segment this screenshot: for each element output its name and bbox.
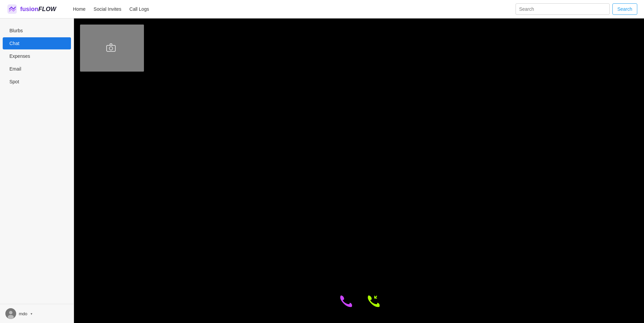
sidebar: Blurbs Chat Expenses Email Spot (0, 18, 74, 323)
sidebar-label-expenses: Expenses (9, 53, 30, 59)
sidebar-label-chat: Chat (9, 41, 20, 46)
top-navigation: fusionFLOW Home Social Invites Call Logs… (0, 0, 644, 18)
sidebar-item-expenses[interactable]: Expenses (3, 50, 71, 62)
call-controls (338, 293, 380, 310)
search-button[interactable]: Search (612, 3, 637, 15)
svg-point-2 (9, 311, 12, 314)
search-input[interactable] (516, 3, 610, 15)
avatar-inner (5, 308, 16, 319)
sidebar-nav: Blurbs Chat Expenses Email Spot (0, 18, 74, 304)
video-thumbnail (80, 25, 144, 72)
logo-text: fusionFLOW (20, 6, 56, 13)
nav-links: Home Social Invites Call Logs (73, 6, 505, 12)
user-profile[interactable]: mdo ▾ (0, 304, 74, 323)
camera-off-icon (105, 41, 119, 55)
svg-rect-4 (107, 45, 115, 51)
nav-social-invites[interactable]: Social Invites (93, 6, 121, 12)
chevron-down-icon: ▾ (31, 312, 32, 316)
sidebar-item-blurbs[interactable]: Blurbs (3, 25, 71, 37)
sidebar-label-email: Email (9, 66, 21, 72)
content-area (74, 18, 644, 323)
outgoing-call-button[interactable] (338, 293, 352, 310)
logo[interactable]: fusionFLOW (7, 4, 56, 14)
fusionflow-logo-icon (7, 4, 17, 14)
sidebar-label-blurbs: Blurbs (9, 28, 23, 33)
nav-home[interactable]: Home (73, 6, 85, 12)
nav-call-logs[interactable]: Call Logs (129, 6, 149, 12)
incoming-call-button[interactable] (366, 293, 380, 310)
avatar (5, 308, 16, 319)
sidebar-item-chat[interactable]: Chat (3, 37, 71, 49)
svg-point-3 (8, 315, 14, 319)
sidebar-label-spot: Spot (9, 79, 19, 84)
svg-point-5 (109, 47, 113, 50)
user-name: mdo (19, 311, 27, 316)
sidebar-item-email[interactable]: Email (3, 63, 71, 75)
search-area: Search (516, 3, 637, 15)
sidebar-item-spot[interactable]: Spot (3, 76, 71, 88)
main-layout: Blurbs Chat Expenses Email Spot (0, 18, 644, 323)
